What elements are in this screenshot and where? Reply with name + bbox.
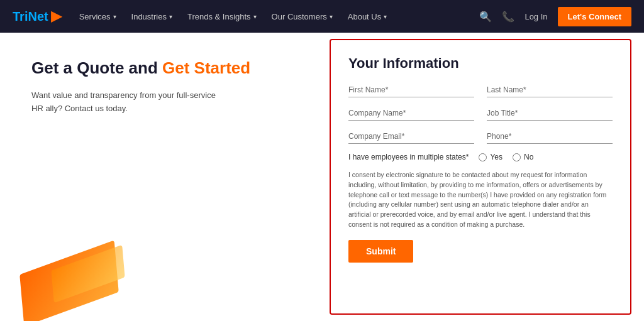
navigation: TriNet ▶ Services ▾ Industries ▾ Trends … — [0, 0, 644, 33]
multi-state-label: I have employees in multiple states* — [348, 153, 469, 161]
phone-input[interactable] — [487, 129, 613, 144]
yes-radio-label[interactable]: Yes — [479, 153, 502, 161]
company-name-field — [348, 106, 474, 121]
company-row — [348, 106, 613, 121]
phone-field — [487, 129, 613, 144]
nav-right: 🔍 📞 Log In Let's Connect — [479, 7, 631, 26]
no-radio-label[interactable]: No — [513, 153, 533, 161]
search-icon[interactable]: 🔍 — [479, 11, 492, 23]
job-title-field — [487, 106, 613, 121]
nav-item-customers[interactable]: Our Customers ▾ — [264, 0, 340, 33]
first-name-input[interactable] — [348, 83, 474, 97]
job-title-input[interactable] — [487, 106, 613, 121]
nav-item-about[interactable]: About Us ▾ — [340, 0, 394, 33]
no-radio[interactable] — [513, 153, 521, 161]
nav-items: Services ▾ Industries ▾ Trends & Insight… — [72, 0, 480, 33]
logo-text: TriNet — [13, 9, 48, 24]
last-name-input[interactable] — [487, 83, 613, 97]
nav-item-services[interactable]: Services ▾ — [72, 0, 124, 33]
heading-highlight: Get Started — [162, 58, 250, 77]
form-title: Your Information — [348, 55, 613, 72]
chevron-down-icon: ▾ — [253, 13, 257, 20]
logo-spark-icon: ▶ — [51, 8, 62, 24]
contact-form-panel: Your Information — [330, 39, 631, 315]
company-name-input[interactable] — [348, 106, 474, 121]
chevron-down-icon: ▾ — [330, 13, 333, 20]
email-input[interactable] — [348, 129, 474, 144]
nav-item-industries[interactable]: Industries ▾ — [124, 0, 180, 33]
first-name-field — [348, 83, 474, 97]
logo[interactable]: TriNet ▶ — [13, 8, 62, 24]
lets-connect-button[interactable]: Let's Connect — [558, 7, 631, 26]
last-name-field — [487, 83, 613, 97]
phone-icon[interactable]: 📞 — [502, 11, 514, 23]
consent-text: I consent by electronic signature to be … — [348, 170, 613, 230]
email-field — [348, 129, 474, 144]
chevron-down-icon: ▾ — [169, 13, 172, 20]
main-heading: Get a Quote and Get Started — [31, 58, 304, 79]
nav-item-trends[interactable]: Trends & Insights ▾ — [180, 0, 264, 33]
main-content: Get a Quote and Get Started Want value a… — [0, 33, 644, 321]
submit-button[interactable]: Submit — [348, 240, 413, 263]
yes-radio[interactable] — [479, 153, 487, 161]
left-panel: Get a Quote and Get Started Want value a… — [0, 33, 330, 321]
name-row — [348, 83, 613, 97]
no-label: No — [524, 153, 533, 161]
login-link[interactable]: Log In — [525, 12, 547, 21]
chevron-down-icon: ▾ — [113, 13, 116, 20]
chevron-down-icon: ▾ — [384, 13, 387, 20]
yes-label: Yes — [490, 153, 502, 161]
multi-state-row: I have employees in multiple states* Yes… — [348, 153, 613, 161]
main-description: Want value and transparency from your fu… — [31, 89, 220, 116]
contact-row — [348, 129, 613, 144]
heading-part1: Get a Quote and — [31, 58, 162, 77]
